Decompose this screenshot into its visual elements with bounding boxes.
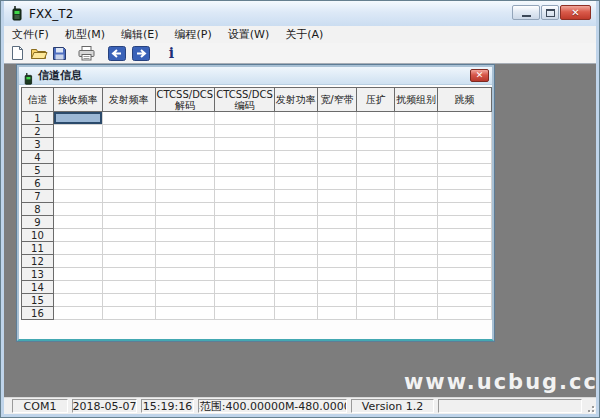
table-cell[interactable] xyxy=(103,138,156,151)
table-cell[interactable] xyxy=(318,125,358,138)
channel-window-close-button[interactable]: ✕ xyxy=(470,69,489,82)
table-cell[interactable] xyxy=(215,281,275,294)
maximize-button[interactable] xyxy=(541,5,559,20)
table-cell[interactable] xyxy=(54,281,103,294)
toolbar-read-from-radio-button[interactable] xyxy=(106,44,127,63)
table-cell[interactable] xyxy=(395,307,438,320)
table-cell[interactable] xyxy=(54,242,103,255)
table-cell[interactable] xyxy=(357,255,395,268)
row-header[interactable]: 10 xyxy=(22,229,54,242)
table-cell[interactable] xyxy=(438,268,492,281)
table-cell[interactable] xyxy=(395,164,438,177)
table-cell[interactable] xyxy=(275,151,318,164)
table-cell[interactable] xyxy=(215,229,275,242)
toolbar-save-button[interactable] xyxy=(49,44,70,63)
table-cell[interactable] xyxy=(438,164,492,177)
table-cell[interactable] xyxy=(156,281,216,294)
table-cell[interactable] xyxy=(103,307,156,320)
table-cell[interactable] xyxy=(438,294,492,307)
table-cell[interactable] xyxy=(215,294,275,307)
table-cell[interactable] xyxy=(318,307,358,320)
table-cell[interactable] xyxy=(395,151,438,164)
table-cell[interactable] xyxy=(215,190,275,203)
row-header[interactable]: 4 xyxy=(22,151,54,164)
table-cell[interactable] xyxy=(318,242,358,255)
table-cell[interactable] xyxy=(438,138,492,151)
table-cell[interactable] xyxy=(103,294,156,307)
table-cell[interactable] xyxy=(357,138,395,151)
menu-item-settings[interactable]: 设置(W) xyxy=(220,26,277,43)
table-cell[interactable] xyxy=(275,307,318,320)
table-cell[interactable] xyxy=(318,255,358,268)
table-cell[interactable] xyxy=(395,229,438,242)
table-cell[interactable] xyxy=(103,164,156,177)
table-cell[interactable] xyxy=(357,125,395,138)
table-cell[interactable] xyxy=(215,268,275,281)
table-cell[interactable] xyxy=(275,255,318,268)
toolbar-open-button[interactable] xyxy=(28,44,49,63)
table-cell[interactable] xyxy=(54,164,103,177)
table-cell[interactable] xyxy=(438,281,492,294)
menu-item-program[interactable]: 编程(P) xyxy=(167,26,220,43)
table-cell[interactable] xyxy=(156,190,216,203)
table-cell[interactable] xyxy=(103,229,156,242)
toolbar-print-button[interactable] xyxy=(76,44,97,63)
table-cell[interactable] xyxy=(103,177,156,190)
table-cell[interactable] xyxy=(395,138,438,151)
table-cell[interactable] xyxy=(357,216,395,229)
menu-item-about[interactable]: 关于(A) xyxy=(277,26,331,43)
table-cell[interactable] xyxy=(395,268,438,281)
row-header[interactable]: 7 xyxy=(22,190,54,203)
table-cell[interactable] xyxy=(103,112,156,125)
table-cell[interactable] xyxy=(156,255,216,268)
table-cell[interactable] xyxy=(357,164,395,177)
row-header[interactable]: 11 xyxy=(22,242,54,255)
table-cell[interactable] xyxy=(215,177,275,190)
table-cell[interactable] xyxy=(275,216,318,229)
table-cell[interactable] xyxy=(318,203,358,216)
table-cell[interactable] xyxy=(275,138,318,151)
table-cell[interactable] xyxy=(54,190,103,203)
table-cell[interactable] xyxy=(156,138,216,151)
table-cell[interactable] xyxy=(103,268,156,281)
table-cell[interactable] xyxy=(275,281,318,294)
row-header[interactable]: 13 xyxy=(22,268,54,281)
row-header[interactable]: 14 xyxy=(22,281,54,294)
row-header[interactable]: 9 xyxy=(22,216,54,229)
toolbar-info-button[interactable]: i xyxy=(161,44,182,63)
row-header[interactable]: 15 xyxy=(22,294,54,307)
table-cell[interactable] xyxy=(215,307,275,320)
table-cell[interactable] xyxy=(318,294,358,307)
table-cell[interactable] xyxy=(103,242,156,255)
table-cell[interactable] xyxy=(357,268,395,281)
table-cell[interactable] xyxy=(54,294,103,307)
menu-item-file[interactable]: 文件(F) xyxy=(4,26,57,43)
table-cell[interactable] xyxy=(156,203,216,216)
table-cell[interactable] xyxy=(54,125,103,138)
table-cell[interactable] xyxy=(275,112,318,125)
table-cell[interactable] xyxy=(438,255,492,268)
table-cell[interactable] xyxy=(156,229,216,242)
table-cell[interactable] xyxy=(438,203,492,216)
table-cell[interactable] xyxy=(395,281,438,294)
table-cell[interactable] xyxy=(54,203,103,216)
table-cell[interactable] xyxy=(395,112,438,125)
table-cell[interactable] xyxy=(54,268,103,281)
menu-item-edit[interactable]: 编辑(E) xyxy=(113,26,167,43)
table-cell[interactable] xyxy=(215,125,275,138)
table-cell[interactable] xyxy=(357,307,395,320)
row-header[interactable]: 6 xyxy=(22,177,54,190)
table-cell[interactable] xyxy=(215,164,275,177)
table-cell[interactable] xyxy=(54,307,103,320)
close-button[interactable]: ✕ xyxy=(560,5,591,20)
toolbar-write-to-radio-button[interactable] xyxy=(130,44,151,63)
table-cell[interactable] xyxy=(54,229,103,242)
row-header[interactable]: 5 xyxy=(22,164,54,177)
table-cell[interactable] xyxy=(438,229,492,242)
table-cell[interactable] xyxy=(103,255,156,268)
table-cell[interactable] xyxy=(54,177,103,190)
table-cell[interactable] xyxy=(156,151,216,164)
table-cell[interactable] xyxy=(215,242,275,255)
selected-cell[interactable] xyxy=(54,112,103,125)
table-cell[interactable] xyxy=(318,281,358,294)
